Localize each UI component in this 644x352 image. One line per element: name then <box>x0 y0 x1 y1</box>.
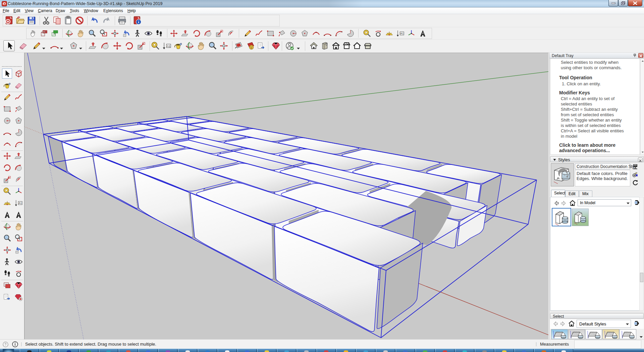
svg-text:A1: A1 <box>19 202 22 205</box>
svg-text:A1: A1 <box>400 32 404 35</box>
svg-text:A1: A1 <box>167 44 171 48</box>
